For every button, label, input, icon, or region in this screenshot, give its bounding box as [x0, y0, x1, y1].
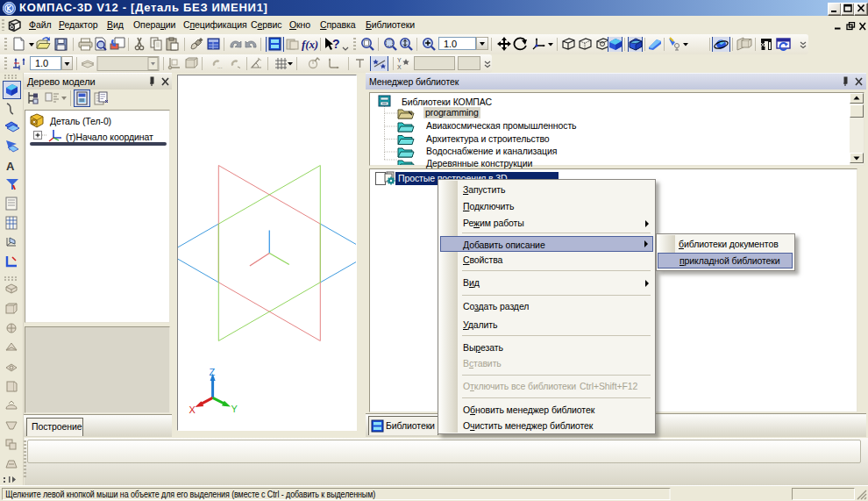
svg-text:Y: Y [231, 404, 238, 414]
svg-text:...: ... [217, 63, 223, 69]
svg-text:X: X [397, 64, 402, 70]
svg-text:Z: Z [210, 367, 216, 377]
svg-text:Y: Y [397, 57, 402, 63]
svg-text:X: X [189, 404, 196, 415]
svg-text:A: A [6, 160, 15, 173]
svg-text:f(x): f(x) [302, 38, 318, 51]
svg-text:?: ? [332, 37, 339, 51]
